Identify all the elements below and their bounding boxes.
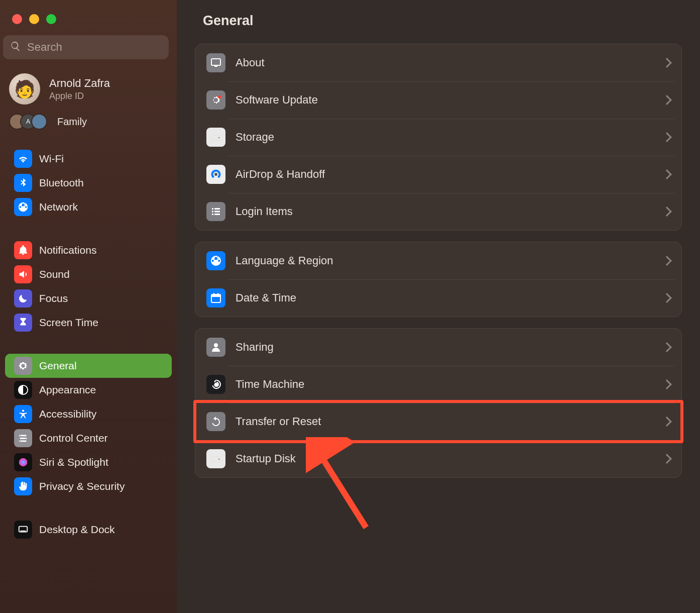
svg-point-6 bbox=[218, 95, 221, 98]
settings-row-softwareupdate[interactable]: Software Update bbox=[195, 81, 681, 119]
settings-row-storage[interactable]: Storage bbox=[195, 119, 681, 156]
person-icon bbox=[206, 338, 225, 357]
sidebar-item-general[interactable]: General bbox=[5, 354, 172, 378]
chevron-right-icon bbox=[662, 454, 672, 464]
sidebar-item-label: Sound bbox=[39, 268, 70, 280]
accessibility-icon bbox=[14, 405, 32, 423]
svg-rect-5 bbox=[211, 59, 220, 65]
svg-point-2 bbox=[19, 458, 28, 467]
bluetooth-icon bbox=[14, 174, 32, 192]
hourglass-icon bbox=[14, 314, 32, 332]
user-avatar-icon: 🧑 bbox=[9, 73, 40, 105]
sidebar-item-controlcenter[interactable]: Control Center bbox=[5, 426, 172, 450]
family-label: Family bbox=[57, 116, 87, 128]
settings-row-langregion[interactable]: Language & Region bbox=[195, 242, 681, 279]
svg-point-9 bbox=[214, 173, 217, 176]
main-content: General AboutSoftware UpdateStorageAirDr… bbox=[177, 0, 700, 613]
sidebar-item-wifi[interactable]: Wi-Fi bbox=[5, 147, 172, 171]
svg-rect-4 bbox=[21, 531, 26, 532]
sidebar-item-label: Control Center bbox=[39, 432, 108, 444]
settings-row-airdrop[interactable]: AirDrop & Handoff bbox=[195, 156, 681, 193]
display-icon bbox=[206, 53, 225, 72]
sidebar-item-label: Focus bbox=[39, 292, 68, 304]
sidebar-item-siri[interactable]: Siri & Spotlight bbox=[5, 450, 172, 474]
list-icon bbox=[206, 202, 225, 221]
moon-icon bbox=[14, 289, 32, 308]
sidebar-item-label: Network bbox=[39, 201, 78, 213]
svg-rect-10 bbox=[212, 208, 213, 210]
close-window-icon[interactable] bbox=[12, 14, 22, 24]
sidebar-item-label: Wi-Fi bbox=[39, 153, 64, 165]
chevron-right-icon bbox=[662, 293, 672, 303]
settings-row-label: Sharing bbox=[236, 341, 653, 354]
settings-group: SharingTime MachineTransfer or ResetStar… bbox=[195, 328, 682, 478]
settings-row-about[interactable]: About bbox=[195, 44, 681, 81]
svg-point-20 bbox=[214, 343, 218, 347]
sidebar-item-bluetooth[interactable]: Bluetooth bbox=[5, 171, 172, 195]
settings-row-label: Transfer or Reset bbox=[236, 415, 653, 428]
settings-row-loginitems[interactable]: Login Items bbox=[195, 193, 681, 230]
svg-rect-14 bbox=[212, 214, 213, 215]
window-controls bbox=[0, 6, 177, 35]
svg-point-8 bbox=[218, 137, 219, 138]
chevron-right-icon bbox=[662, 207, 672, 217]
family-avatars-icon: A bbox=[9, 113, 48, 131]
sidebar-item-label: Bluetooth bbox=[39, 177, 84, 189]
settings-group: Language & RegionDate & Time bbox=[195, 242, 682, 317]
svg-point-22 bbox=[218, 459, 219, 460]
page-title: General bbox=[195, 0, 682, 44]
svg-point-1 bbox=[22, 410, 24, 412]
settings-row-label: Software Update bbox=[236, 93, 653, 107]
settings-row-label: About bbox=[236, 56, 653, 69]
settings-row-startupdisk[interactable]: Startup Disk bbox=[195, 440, 681, 477]
search-icon bbox=[10, 41, 21, 54]
sidebar-item-privacy[interactable]: Privacy & Security bbox=[5, 474, 172, 498]
sidebar-item-focus[interactable]: Focus bbox=[5, 286, 172, 311]
settings-row-datetime[interactable]: Date & Time bbox=[195, 279, 681, 317]
settings-row-label: Login Items bbox=[236, 205, 653, 218]
settings-row-label: Date & Time bbox=[236, 291, 653, 304]
globe-icon bbox=[206, 251, 225, 270]
sidebar-item-network[interactable]: Network bbox=[5, 195, 172, 219]
minimize-window-icon[interactable] bbox=[29, 14, 39, 24]
sidebar-item-accessibility[interactable]: Accessibility bbox=[5, 402, 172, 426]
gear-icon bbox=[14, 357, 32, 375]
svg-rect-19 bbox=[217, 293, 218, 295]
search-input[interactable] bbox=[27, 41, 165, 54]
settings-row-label: AirDrop & Handoff bbox=[236, 168, 653, 181]
settings-row-transferreset[interactable]: Transfer or Reset bbox=[195, 403, 681, 440]
svg-rect-18 bbox=[213, 293, 214, 295]
sidebar-item-label: Screen Time bbox=[39, 317, 98, 329]
svg-rect-15 bbox=[214, 214, 220, 215]
svg-rect-17 bbox=[211, 294, 220, 297]
sidebar-item-label: Privacy & Security bbox=[39, 480, 125, 492]
sidebar-item-sound[interactable]: Sound bbox=[5, 262, 172, 286]
dock-icon bbox=[14, 521, 32, 539]
settings-row-sharing[interactable]: Sharing bbox=[195, 329, 681, 366]
switches-icon bbox=[14, 429, 32, 447]
sidebar-item-screentime[interactable]: Screen Time bbox=[5, 311, 172, 335]
sidebar-item-notifications[interactable]: Notifications bbox=[5, 238, 172, 262]
chevron-right-icon bbox=[662, 169, 672, 179]
airdrop-icon bbox=[206, 165, 225, 184]
wifi-icon bbox=[14, 150, 32, 168]
user-name: Arnold Zafra bbox=[49, 77, 110, 90]
sidebar-item-desktopdock[interactable]: Desktop & Dock bbox=[5, 518, 172, 542]
fullscreen-window-icon[interactable] bbox=[46, 14, 56, 24]
sidebar-item-apple-id[interactable]: 🧑 Arnold Zafra Apple ID bbox=[0, 70, 177, 109]
sidebar-item-family[interactable]: A Family bbox=[0, 109, 177, 138]
clockback-icon bbox=[206, 375, 225, 394]
sidebar-item-appearance[interactable]: Appearance bbox=[5, 378, 172, 402]
hand-icon bbox=[14, 477, 32, 495]
svg-rect-12 bbox=[212, 211, 213, 213]
search-field[interactable] bbox=[3, 35, 169, 59]
sidebar: 🧑 Arnold Zafra Apple ID A Family Wi-FiBl… bbox=[0, 0, 177, 613]
settings-row-label: Startup Disk bbox=[236, 452, 653, 465]
settings-row-timemachine[interactable]: Time Machine bbox=[195, 366, 681, 403]
chevron-right-icon bbox=[662, 58, 672, 68]
chevron-right-icon bbox=[662, 95, 672, 105]
calendar-icon bbox=[206, 288, 225, 308]
settings-row-label: Storage bbox=[236, 131, 653, 144]
chevron-right-icon bbox=[662, 132, 672, 142]
sidebar-item-label: Appearance bbox=[39, 384, 96, 396]
